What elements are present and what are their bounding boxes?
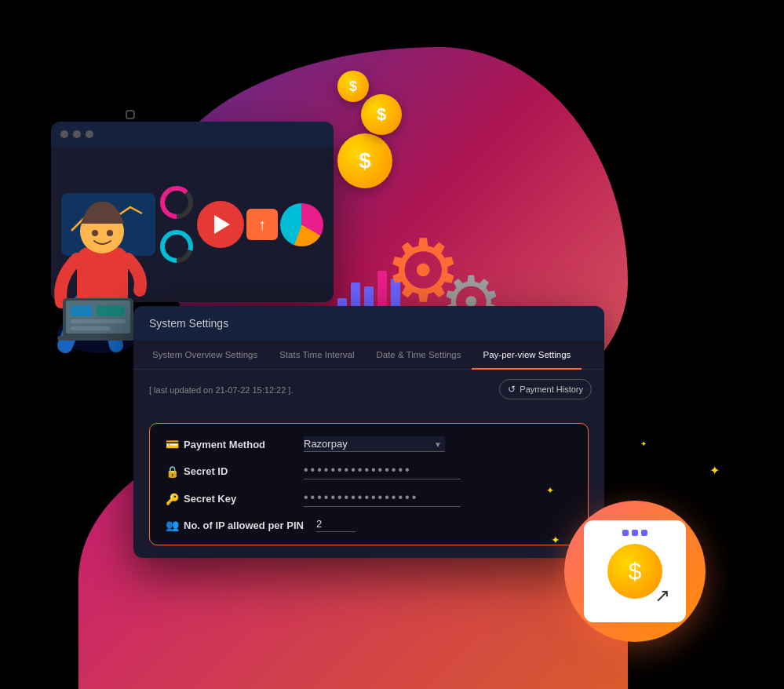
ip-per-pin-input[interactable] <box>316 518 356 532</box>
payment-history-button[interactable]: ↺ Payment History <box>499 379 592 399</box>
svg-point-8 <box>107 230 113 236</box>
cursor-icon: ↗ <box>655 585 670 607</box>
payment-circle-inner: $ ↗ <box>584 520 686 622</box>
sparkle-2: ✦ <box>546 485 554 496</box>
tab-system-overview[interactable]: System Overview Settings <box>141 341 268 369</box>
titlebar-dot-2 <box>73 130 81 138</box>
tab-date-time[interactable]: Date & Time Settings <box>365 341 472 369</box>
svg-rect-13 <box>97 305 125 316</box>
secret-id-icon: 🔒 <box>166 465 179 478</box>
sparkle-3: ✦ <box>551 534 560 546</box>
payment-dot-1 <box>622 530 629 536</box>
payment-circle-dots <box>622 530 647 536</box>
coin-medium: $ <box>361 94 402 135</box>
titlebar-dot-3 <box>86 130 93 138</box>
settings-panel: System Settings System Overview Settings… <box>133 306 604 558</box>
settings-tabs: System Overview Settings Stats Time Inte… <box>133 341 604 370</box>
secret-key-row: 🔑 Secret Key <box>166 490 572 507</box>
payment-method-select-wrapper: Razorpay Stripe PayPal ▼ <box>304 436 445 452</box>
svg-rect-15 <box>71 326 110 330</box>
coin-large: $ <box>337 133 392 188</box>
secret-id-input[interactable] <box>304 463 461 479</box>
payment-method-label: 💳 Payment Method <box>166 438 291 450</box>
payment-circle-decoration: $ ↗ <box>564 501 706 642</box>
titlebar-dot-1 <box>60 130 68 138</box>
settings-title: System Settings <box>149 317 228 330</box>
ip-per-pin-label: 👥 No. of IP allowed per PIN <box>166 519 304 531</box>
payment-dot-3 <box>641 530 647 536</box>
play-triangle <box>214 215 230 234</box>
payment-method-row: 💳 Payment Method Razorpay Stripe PayPal … <box>166 436 572 452</box>
arrow-up-icon: ↑ <box>246 209 278 240</box>
browser-titlebar <box>51 122 334 147</box>
tab-pay-per-view[interactable]: Pay-per-view Settings <box>472 341 582 369</box>
ip-per-pin-value <box>316 518 572 532</box>
pie-chart <box>280 203 323 246</box>
payment-method-icon: 💳 <box>166 438 179 450</box>
svg-rect-12 <box>71 305 93 316</box>
ip-per-pin-row: 👥 No. of IP allowed per PIN <box>166 518 572 532</box>
payment-method-value: Razorpay Stripe PayPal ▼ <box>304 436 572 452</box>
settings-panel-header: System Settings <box>133 306 604 341</box>
play-button-icon <box>197 201 244 248</box>
svg-rect-14 <box>71 319 126 323</box>
svg-rect-11 <box>57 336 140 341</box>
secret-key-input[interactable] <box>304 490 461 507</box>
secret-key-value <box>304 490 572 507</box>
secret-id-row: 🔒 Secret ID <box>166 463 572 479</box>
tab-stats-time[interactable]: Stats Time Interval <box>268 341 365 369</box>
ip-per-pin-icon: 👥 <box>166 519 179 531</box>
secret-id-value <box>304 463 572 479</box>
sparkle-4: ✦ <box>640 439 647 448</box>
payment-method-select[interactable]: Razorpay Stripe PayPal <box>304 436 445 452</box>
secret-key-icon: 🔑 <box>166 493 179 505</box>
payment-form-card: 💳 Payment Method Razorpay Stripe PayPal … <box>149 423 589 545</box>
deco-square-2 <box>126 110 135 119</box>
svg-point-7 <box>92 230 98 236</box>
secret-key-label: 🔑 Secret Key <box>166 493 291 505</box>
secret-id-label: 🔒 Secret ID <box>166 465 291 478</box>
coin-small: $ <box>337 71 369 102</box>
sparkle-1: ✦ <box>709 463 720 478</box>
payment-dot-2 <box>632 530 638 536</box>
settings-body: ↺ Payment History [ last updated on 21-0… <box>133 370 604 558</box>
